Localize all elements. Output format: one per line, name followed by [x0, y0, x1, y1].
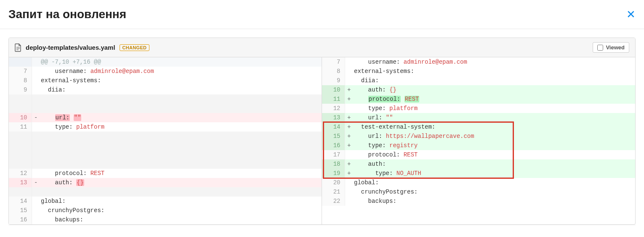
diff-sign — [32, 122, 40, 132]
diff-row — [9, 104, 322, 113]
code-cell: external-systems: — [40, 76, 322, 85]
viewed-checkbox[interactable] — [597, 45, 603, 51]
code-cell: backups: — [40, 215, 322, 224]
code-cell: auth: {} — [353, 85, 635, 94]
diff-left-table: @@ -7,10 +7,16 @@7 username: adminrole@e… — [9, 57, 322, 224]
diff-sign — [32, 67, 40, 76]
diff-row: @@ -7,10 +7,16 @@ — [9, 57, 322, 67]
line-number: 8 — [9, 76, 32, 85]
diff-sign — [32, 76, 40, 85]
diff-sign — [32, 94, 40, 104]
line-number: 10 — [322, 85, 345, 94]
code-cell — [40, 187, 322, 197]
line-number: 14 — [322, 122, 345, 132]
code-cell: type: platform — [40, 122, 322, 132]
diff-sign — [32, 85, 40, 94]
code-cell: type: registry — [353, 141, 635, 150]
diff-sign: - — [32, 178, 40, 187]
close-icon[interactable]: ✕ — [626, 9, 636, 20]
line-number: 15 — [322, 132, 345, 141]
diff-row: 20global: — [322, 178, 635, 187]
code-cell: url: "" — [40, 113, 322, 122]
diff-sign — [32, 197, 40, 206]
code-cell: protocol: REST — [353, 94, 635, 104]
diff-sign: - — [32, 113, 40, 122]
line-number: 11 — [9, 122, 32, 132]
diff-row: 15+ url: https://wallpapercave.com — [322, 132, 635, 141]
diff-row: 11+ protocol: REST — [322, 94, 635, 104]
diff-row: 19+ type: NO_AUTH — [322, 169, 635, 178]
diff-sign — [345, 76, 353, 85]
file-header: deploy-templates/values.yaml CHANGED Vie… — [9, 38, 635, 57]
line-number: 16 — [322, 141, 345, 150]
diff-sign — [345, 104, 353, 113]
diff-sign: + — [345, 169, 353, 178]
line-number: 9 — [322, 76, 345, 85]
line-number: 8 — [322, 67, 345, 76]
diff-row: 9 diia: — [322, 76, 635, 85]
diff-sign — [32, 206, 40, 215]
code-cell: username: adminrole@epam.com — [353, 57, 635, 67]
code-cell — [40, 150, 322, 159]
diff-sign — [345, 187, 353, 197]
code-cell: type: platform — [353, 104, 635, 113]
code-cell: backups: — [353, 197, 635, 206]
diff-row — [9, 132, 322, 141]
diff-sign — [32, 57, 40, 67]
diff-right: 7 username: adminrole@epam.com8external-… — [322, 57, 635, 224]
changed-badge: CHANGED — [120, 44, 150, 51]
diff-sign — [345, 67, 353, 76]
code-cell: crunchyPostgres: — [40, 206, 322, 215]
diff-sign — [32, 104, 40, 113]
line-number: 13 — [322, 113, 345, 122]
diff-row: 17 protocol: REST — [322, 150, 635, 159]
code-cell: test-external-system: — [353, 122, 635, 132]
diff-file: deploy-templates/values.yaml CHANGED Vie… — [8, 38, 636, 225]
code-cell: auth: — [353, 159, 635, 169]
diff-body: @@ -7,10 +7,16 @@7 username: adminrole@e… — [9, 57, 635, 224]
left-hscroll[interactable] — [8, 225, 322, 232]
line-number: 7 — [322, 57, 345, 67]
diff-row: 13+ url: "" — [322, 113, 635, 122]
line-number: 19 — [322, 169, 345, 178]
line-number: 20 — [322, 178, 345, 187]
code-cell: auth: {} — [40, 178, 322, 187]
line-number — [9, 150, 32, 159]
code-cell: @@ -7,10 +7,16 @@ — [40, 57, 322, 67]
diff-sign — [32, 141, 40, 150]
code-cell: protocol: REST — [40, 169, 322, 178]
code-cell — [40, 104, 322, 113]
diff-row: 16 backups: — [9, 215, 322, 224]
diff-row — [9, 141, 322, 150]
line-number: 12 — [322, 104, 345, 113]
line-number: 14 — [9, 197, 32, 206]
diff-right-table: 7 username: adminrole@epam.com8external-… — [322, 57, 635, 206]
code-cell — [40, 132, 322, 141]
diff-sign — [345, 197, 353, 206]
line-number — [9, 94, 32, 104]
diff-row: 9 diia: — [9, 85, 322, 94]
code-cell: crunchyPostgres: — [353, 187, 635, 197]
line-number — [9, 159, 32, 169]
code-cell — [40, 141, 322, 150]
line-number: 10 — [9, 113, 32, 122]
viewed-toggle[interactable]: Viewed — [593, 42, 629, 53]
diff-row: 14global: — [9, 197, 322, 206]
horizontal-scrollbars — [8, 225, 636, 232]
line-number: 7 — [9, 67, 32, 76]
code-cell: global: — [353, 178, 635, 187]
diff-sign — [32, 169, 40, 178]
file-icon — [15, 43, 21, 52]
diff-row: 15 crunchyPostgres: — [9, 206, 322, 215]
code-cell: global: — [40, 197, 322, 206]
diff-sign: + — [345, 85, 353, 94]
diff-row: 16+ type: registry — [322, 141, 635, 150]
diff-row: 22 backups: — [322, 197, 635, 206]
diff-row — [9, 159, 322, 169]
line-number: 9 — [9, 85, 32, 94]
diff-row: 18+ auth: — [322, 159, 635, 169]
diff-row: 14+ test-external-system: — [322, 122, 635, 132]
diff-row: 13- auth: {} — [9, 178, 322, 187]
right-hscroll[interactable] — [322, 225, 636, 232]
diff-sign: + — [345, 159, 353, 169]
